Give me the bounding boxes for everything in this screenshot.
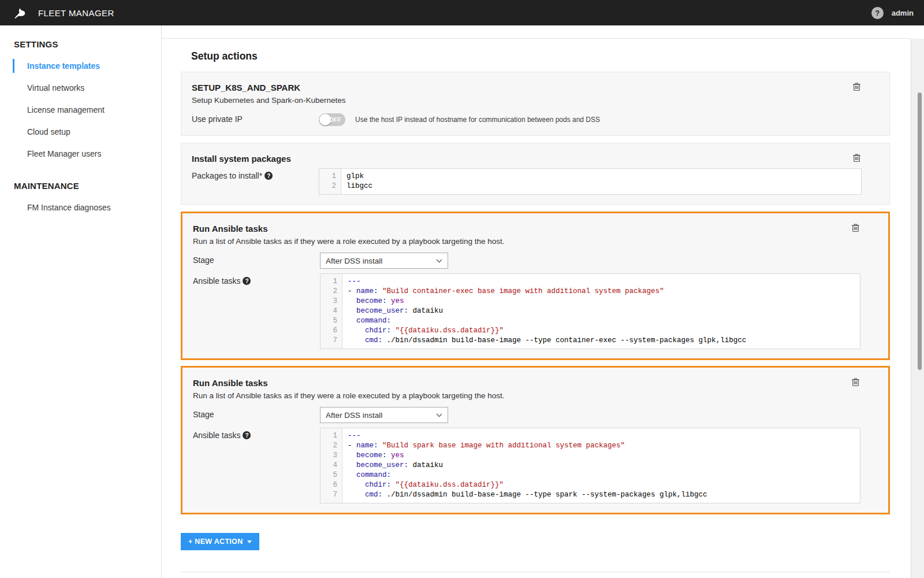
delete-action-button[interactable] [851,152,862,165]
stage-select[interactable]: After DSS install [320,253,448,269]
sidebar-item-instance-templates[interactable]: Instance templates [0,55,161,77]
code-line: 7 cmd: ./bin/dssadmin build-base-image -… [321,336,860,346]
code-text: chdir: "{{dataiku.dss.datadir}}" [342,326,504,336]
code-text: command: [342,470,391,480]
stage-select-value: After DSS install [326,411,382,420]
packages-to-install-label-text: Packages to install* [192,171,262,180]
line-number: 6 [321,480,342,490]
ansible-tasks-label-text: Ansible tasks [193,431,240,440]
code-line: 4 become_user: dataiku [321,461,860,470]
scrollbar-thumb[interactable] [918,92,922,370]
topbar: FLEET MANAGER ? admin [0,0,924,25]
line-number: 7 [321,336,342,346]
caret-down-icon [247,540,252,543]
ansible-tasks-label: Ansible tasks ? [193,428,320,440]
delete-action-button[interactable] [850,222,861,235]
trash-icon [852,82,861,91]
ansible-tasks-code-editor[interactable]: 1---2- name: "Build spark base image wit… [320,428,860,503]
card-title: Run Ansible tasks [193,224,878,234]
code-line: 6 chdir: "{{dataiku.dss.datadir}}" [321,480,860,490]
sidebar-item-label: Instance templates [27,61,100,71]
code-text: chdir: "{{dataiku.dss.datadir}}" [342,480,504,490]
line-number: 7 [321,490,342,500]
sidebar-item-fm-instance-diagnoses[interactable]: FM Instance diagnoses [0,197,161,218]
code-text: glpk [341,172,364,181]
line-number: 1 [321,277,342,287]
field-help-icon[interactable]: ? [243,277,251,285]
line-number: 5 [321,470,342,480]
code-line: 4 become_user: dataiku [321,306,860,316]
chevron-down-icon [436,413,442,417]
ansible-tasks-code-editor[interactable]: 1---2- name: "Build container-exec base … [320,273,860,349]
code-text: libgcc [341,181,372,191]
line-number: 4 [321,306,342,316]
code-line: 5 command: [321,470,860,480]
code-text: cmd: ./bin/dssadmin build-base-image --t… [342,490,707,500]
line-number: 6 [321,326,342,336]
stage-select[interactable]: After DSS install [320,407,448,423]
packages-to-install-label: Packages to install* ? [192,168,319,180]
action-card-install-system-packages: Install system packages Packages to inst… [181,143,890,205]
dataiku-bird-logo-icon [10,3,30,23]
card-description: Setup Kubernetes and Spark-on-Kubernetes [192,96,879,105]
card-title: Install system packages [192,154,879,164]
sidebar: SETTINGS Instance templates Virtual netw… [0,25,162,578]
sidebar-item-virtual-networks[interactable]: Virtual networks [0,77,161,99]
code-line: 6 chdir: "{{dataiku.dss.datadir}}" [321,326,860,336]
help-icon[interactable]: ? [871,7,884,19]
line-number: 3 [321,451,342,461]
code-text: - name: "Build spark base image with add… [342,441,625,451]
sidebar-item-label: License management [27,105,105,114]
card-description: Run a list of Ansible tasks as if they w… [193,391,878,400]
card-title: Run Ansible tasks [193,378,878,388]
code-text: --- [342,431,361,441]
stage-label: Stage [193,407,320,419]
card-description: Run a list of Ansible tasks as if they w… [193,237,878,246]
user-menu[interactable]: admin [892,9,914,17]
card-title: SETUP_K8S_AND_SPARK [192,83,879,92]
delete-action-button[interactable] [850,376,861,390]
code-text: become_user: dataiku [342,306,443,316]
sidebar-item-label: Fleet Manager users [27,149,101,158]
sidebar-item-cloud-setup[interactable]: Cloud setup [0,121,161,143]
action-card-run-ansible-tasks-2: Run Ansible tasks Run a list of Ansible … [181,366,890,514]
line-number: 2 [321,441,342,451]
sidebar-item-license-management[interactable]: License management [0,99,161,121]
sidebar-section-maintenance: MAINTENANCE FM Instance diagnoses [0,173,161,218]
ansible-tasks-label-text: Ansible tasks [193,276,240,286]
line-number: 1 [319,172,341,181]
active-indicator [13,59,14,73]
line-number: 5 [321,316,342,326]
field-help-icon[interactable]: ? [243,431,251,439]
trash-icon [851,377,860,387]
line-number: 3 [321,297,342,306]
code-line: 3 become: yes [321,451,860,461]
sidebar-section-settings: SETTINGS Instance templates Virtual netw… [0,31,161,165]
new-action-button[interactable]: + NEW ACTION [181,533,259,550]
field-help-icon[interactable]: ? [264,172,273,180]
stage-label: Stage [193,253,320,265]
code-text: command: [342,316,391,326]
action-card-setup-k8s-and-spark: SETUP_K8S_AND_SPARK Setup Kubernetes and… [181,72,890,136]
sidebar-item-label: FM Instance diagnoses [27,203,111,212]
line-number: 1 [321,431,342,441]
trash-icon [851,223,860,232]
use-private-ip-toggle[interactable]: OFF [319,113,345,126]
code-text: - name: "Build container-exec base image… [342,287,664,297]
delete-action-button[interactable] [851,81,862,94]
line-number: 2 [319,181,341,191]
sidebar-item-fleet-manager-users[interactable]: Fleet Manager users [0,143,161,165]
main-content: Setup actions SETUP_K8S_AND_SPARK Setup … [162,0,911,578]
sidebar-item-label: Cloud setup [27,127,70,136]
ansible-tasks-label: Ansible tasks ? [193,273,320,286]
code-text: become_user: dataiku [342,461,443,470]
code-text: become: yes [342,297,404,306]
code-text: --- [342,277,361,287]
line-number: 2 [321,287,342,297]
section-title-maintenance: MAINTENANCE [0,173,161,197]
code-line: 1glpk [319,172,861,181]
packages-code-editor[interactable]: 1glpk2libgcc [319,168,862,195]
section-title-settings: SETTINGS [0,31,161,55]
new-action-label: + NEW ACTION [188,538,243,546]
chevron-down-icon [436,259,442,263]
